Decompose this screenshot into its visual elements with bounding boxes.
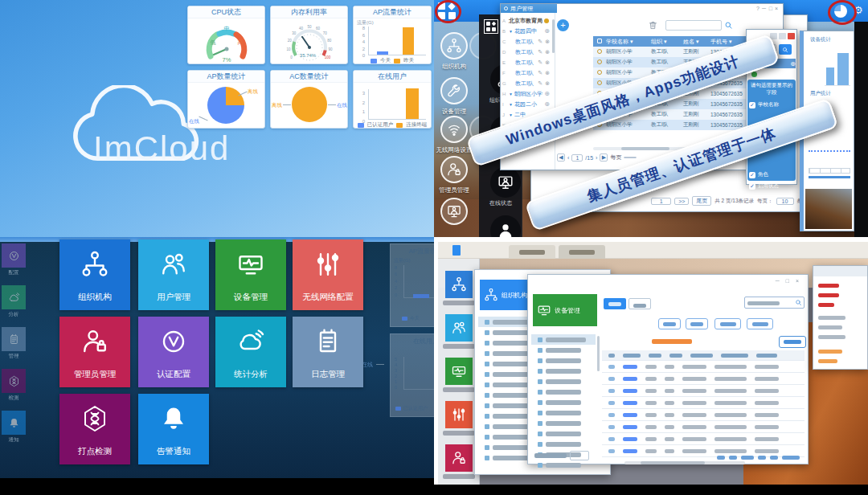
add-column-icon[interactable]: ⊕ (790, 60, 796, 68)
tree-row[interactable] (531, 397, 596, 407)
h-scrollbar-thumb[interactable] (641, 461, 705, 464)
tree-group[interactable]: ▼花园二小⊕ (509, 99, 550, 109)
desktop-icon-device[interactable] (440, 77, 468, 104)
edit-icon[interactable]: ✎ (538, 39, 542, 45)
action-button[interactable] (779, 336, 806, 348)
sidebar-item-users[interactable] (445, 314, 473, 342)
table-row[interactable] (602, 433, 805, 445)
filter-tag-bar[interactable] (652, 339, 692, 344)
toolbar-button[interactable] (658, 318, 681, 329)
tile-auth[interactable]: 认证配置 (138, 317, 209, 387)
desktop-icon-wireless[interactable] (440, 116, 468, 143)
menu-icon-online[interactable] (490, 167, 521, 198)
menu-grid-logo-icon[interactable] (484, 19, 498, 34)
org-header-tile[interactable]: 组织机构 (480, 280, 533, 310)
maximize-button[interactable] (779, 33, 786, 39)
checkbox-icon[interactable]: ✓ (749, 102, 755, 108)
window-controls[interactable]: ─ □ × (776, 278, 801, 284)
tree-child[interactable]: 教工Ⅰ队 ✎⊗ (509, 78, 550, 88)
app-tab[interactable] (509, 245, 555, 259)
table-row[interactable] (602, 373, 805, 385)
table-row[interactable] (602, 409, 805, 421)
tile-users[interactable]: 用户管理 (138, 239, 209, 310)
tree-root[interactable]: 北京市教育局 (509, 15, 550, 26)
page-one-button[interactable]: 1 (651, 198, 671, 205)
minimize-button[interactable]: ─ (762, 6, 768, 11)
tree-row-selected[interactable] (531, 334, 596, 345)
tree-row[interactable] (531, 428, 596, 439)
h-scrollbar-thumb[interactable] (621, 147, 669, 150)
tree-child[interactable]: 教工Ⅰ队 ✎⊗ (509, 57, 550, 68)
search-input[interactable] (665, 20, 722, 31)
tile-logs[interactable]: 日志管理 (293, 317, 363, 387)
toolbar-button[interactable] (747, 318, 773, 329)
tab-ac-devices[interactable] (628, 298, 651, 309)
add-icon[interactable]: ⊕ (544, 27, 550, 35)
sidebar-item-admin[interactable] (445, 444, 473, 472)
per-page-input[interactable] (570, 451, 589, 460)
delete-users-button[interactable] (648, 20, 658, 31)
mini-tile[interactable] (2, 243, 26, 268)
desktop-icon-online[interactable] (440, 198, 468, 225)
filter-search-input[interactable] (744, 297, 805, 309)
table-row[interactable] (602, 397, 805, 409)
mini-tile[interactable] (2, 327, 26, 351)
maximize-button[interactable]: □ (769, 6, 775, 11)
tile-devices[interactable]: 设备管理 (215, 239, 286, 310)
tree-row[interactable] (531, 376, 596, 387)
sidebar-item-wireless[interactable] (445, 401, 473, 428)
tree-child[interactable]: 教工Ⅰ队 ✎⊗ (509, 47, 550, 57)
close-button[interactable]: × (775, 6, 780, 11)
tree-row[interactable] (531, 418, 596, 428)
page-input[interactable]: 1 (571, 154, 583, 162)
delete-icon[interactable]: ⊗ (545, 39, 550, 45)
delete-icon[interactable]: ⊗ (545, 70, 550, 76)
tree-row[interactable] (531, 366, 596, 376)
pagination[interactable] (717, 456, 800, 460)
checkbox-icon[interactable]: ✓ (749, 183, 755, 190)
tile-admin[interactable]: 管理员管理 (59, 317, 130, 387)
edit-icon[interactable]: ✎ (538, 70, 542, 76)
tile-wireless[interactable]: 无线网络配置 (293, 239, 363, 310)
tree-row[interactable] (531, 355, 596, 366)
desktop-icon-admin[interactable] (440, 156, 468, 183)
checkbox-row[interactable]: ✓角色 (749, 171, 794, 178)
add-user-button[interactable]: + (557, 19, 569, 31)
tree-row[interactable] (531, 439, 596, 449)
close-button[interactable] (788, 33, 795, 39)
prev-page-button[interactable]: ‹ (567, 155, 569, 161)
next-page-button[interactable]: › (596, 155, 597, 161)
column-header[interactable]: 姓名 ▾ (683, 38, 710, 46)
sidebar-item-org[interactable] (445, 271, 473, 298)
mini-tile[interactable] (2, 369, 26, 393)
per-page-input[interactable]: 10 (776, 198, 794, 205)
device-header-tile[interactable]: 设备管理 (533, 294, 597, 326)
per-page-input[interactable] (624, 157, 637, 158)
select-all-checkbox[interactable] (593, 39, 606, 44)
tree-child[interactable]: 教工Ⅰ队 ✎⊗ (509, 36, 550, 47)
next-page-button[interactable]: >> (674, 198, 689, 205)
tree-scrollbar[interactable] (552, 19, 555, 53)
tile-org[interactable]: 组织机构 (59, 239, 130, 310)
search-button[interactable] (779, 44, 792, 55)
tab-ap-devices[interactable] (604, 298, 626, 309)
tree-row[interactable] (531, 345, 596, 355)
add-icon[interactable]: ⊕ (544, 90, 550, 97)
tile-probe[interactable]: 打点检测 (59, 394, 130, 464)
edit-icon[interactable]: ✎ (538, 80, 542, 87)
last-page-button[interactable]: 尾页 (692, 196, 711, 206)
tree-child[interactable]: 教工Ⅰ队 ✎⊗ (509, 68, 550, 78)
mini-tile[interactable] (2, 411, 26, 435)
toolbar-button[interactable] (714, 318, 741, 329)
tree-group[interactable]: ▼朝阳区小学⊕ (509, 88, 550, 99)
tile-stats[interactable]: 统计分析 (215, 317, 286, 387)
delete-icon[interactable]: ⊗ (545, 49, 550, 55)
tree-row[interactable] (531, 387, 596, 397)
menu-icon-partial[interactable] (490, 215, 521, 237)
sidebar-item-devices[interactable] (445, 358, 473, 385)
checkbox-row[interactable]: ✓学校名称 (749, 101, 794, 108)
edit-icon[interactable]: ✎ (538, 59, 542, 66)
checkbox-icon[interactable]: ✓ (749, 172, 755, 178)
tree-row[interactable] (531, 460, 596, 470)
column-header[interactable]: 学校名称 ▾ (606, 38, 651, 46)
